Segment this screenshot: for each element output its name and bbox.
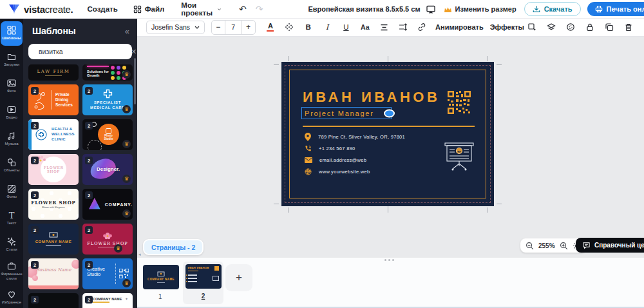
duplicate-button[interactable] bbox=[601, 20, 617, 34]
clear-search-icon[interactable]: ✕ bbox=[131, 48, 137, 56]
sidebar-item-uploads[interactable]: Загрузки bbox=[1, 48, 23, 72]
sidebar-item-video[interactable]: Видео bbox=[1, 101, 23, 125]
collapse-panel-icon[interactable]: « bbox=[125, 26, 129, 36]
pro-crown-badge bbox=[122, 279, 131, 287]
phone-icon bbox=[305, 145, 312, 152]
projector-screen-illustration[interactable] bbox=[444, 142, 475, 173]
sidebar-item-backgrounds[interactable]: Фоны bbox=[1, 180, 23, 204]
contact-line bbox=[188, 281, 197, 282]
text-background-button[interactable] bbox=[282, 20, 296, 34]
add-page-button[interactable]: + bbox=[225, 264, 252, 291]
selection-handle[interactable] bbox=[384, 109, 395, 117]
sidebar-item-styles[interactable]: Стили bbox=[1, 233, 23, 257]
plus-icon: + bbox=[236, 271, 242, 284]
page1-title: COMPANY NAME bbox=[147, 278, 175, 281]
subtitle-placeholder bbox=[46, 245, 61, 246]
footer-strip bbox=[28, 285, 79, 289]
effects-button[interactable]: Эффекты bbox=[490, 23, 524, 31]
template-thumbnail[interactable]: 2 COMPANY NAME ✦ bbox=[82, 293, 133, 308]
selected-text-element[interactable]: Project Manager bbox=[301, 107, 392, 119]
template-thumbnail[interactable]: 2 COMPANY. bbox=[82, 189, 133, 220]
crown-icon bbox=[444, 6, 452, 13]
template-thumbnail[interactable]: 2 bbox=[28, 293, 79, 308]
transparency-button[interactable] bbox=[563, 20, 578, 34]
sidebar-item-templates[interactable]: Шаблоны bbox=[1, 21, 23, 46]
download-button[interactable]: Скачать bbox=[524, 2, 581, 16]
template-thumbnail[interactable]: 2 Creative Studio bbox=[82, 258, 133, 289]
template-thumbnail[interactable]: LAW FIRM bbox=[28, 64, 79, 81]
page-thumbnail-2[interactable]: ИВАН ИВАНОВ bbox=[185, 264, 222, 289]
zoom-out-icon[interactable] bbox=[526, 242, 534, 250]
qr-code[interactable] bbox=[448, 91, 471, 114]
position-button[interactable] bbox=[544, 20, 559, 34]
business-card[interactable]: ИВАН ИВАНОВ Project Manager 789 Pine Ct,… bbox=[281, 62, 494, 206]
template-thumbnail[interactable]: Solutions for Growth bbox=[82, 64, 133, 81]
template-thumbnail[interactable]: 2 FLOWER SHOP Bloom with Elegance bbox=[28, 189, 79, 220]
sidebar-item-objects[interactable]: Объекты bbox=[1, 153, 23, 178]
sidebar-item-music[interactable]: Музыка bbox=[1, 127, 23, 151]
search-box[interactable]: ✕ bbox=[28, 44, 132, 59]
panel-scrollbar[interactable] bbox=[134, 58, 136, 104]
sidebar-item-text[interactable]: T Текст bbox=[1, 206, 23, 231]
template-thumbnail[interactable]: 2 FLOWER SHOP bbox=[28, 154, 79, 185]
lock-button[interactable] bbox=[582, 20, 598, 34]
animate-button[interactable]: Анимировать bbox=[435, 23, 484, 31]
contact-list[interactable]: 789 Pine Ct, Silver Valley, OR, 97801 +1… bbox=[305, 133, 405, 176]
italic-button[interactable]: I bbox=[320, 20, 334, 34]
panel-title: Шаблоны bbox=[32, 26, 76, 36]
card-name-text[interactable]: ИВАН ИВАНОВ bbox=[303, 89, 440, 106]
zoom-in-icon[interactable] bbox=[560, 242, 568, 250]
bold-button[interactable]: B bbox=[301, 20, 315, 34]
help-center-button[interactable]: Справочный центр bbox=[576, 238, 644, 253]
template-thumbnail[interactable]: 2 FLOWER SHOP bbox=[82, 224, 133, 255]
menu-create[interactable]: Создать bbox=[87, 5, 117, 13]
page-thumbnail-2-selected[interactable]: ИВАН ИВАНОВ 2 bbox=[183, 262, 223, 304]
search-input[interactable] bbox=[37, 47, 127, 56]
line-spacing-button[interactable] bbox=[395, 20, 410, 34]
menu-file[interactable]: Файл bbox=[133, 5, 165, 14]
canvas-area[interactable]: ИВАН ИВАНОВ Project Manager 789 Pine Ct,… bbox=[137, 37, 644, 258]
zoom-level-value[interactable]: 255% bbox=[538, 242, 555, 249]
template-thumbnail[interactable]: 2 Photo Studio bbox=[82, 119, 133, 150]
template-thumbnail[interactable]: 2 SPECIALIST MEDICAL CARE bbox=[82, 84, 133, 115]
vistacreate-logo[interactable]: vistacreate. bbox=[8, 4, 73, 15]
increase-font-size-button[interactable]: + bbox=[242, 21, 254, 34]
pages-button[interactable]: Страницы - 2 bbox=[143, 239, 204, 255]
template-title: Designer. bbox=[97, 166, 120, 172]
document-title[interactable]: Европейская визитка 8.5x5.5 см bbox=[308, 5, 420, 13]
template-thumbnail[interactable]: 2 Private Dining Services bbox=[28, 84, 79, 115]
font-size-value[interactable]: 7 bbox=[225, 21, 242, 34]
pro-crown-badge bbox=[122, 175, 131, 183]
template-thumbnail[interactable]: 2 HEALTH & WELLNESS CLINIC bbox=[28, 119, 79, 150]
shapes-icon bbox=[7, 158, 16, 167]
template-thumbnail[interactable]: 2 COMPANY NAME bbox=[28, 224, 79, 255]
pages-count-badge: 2 bbox=[85, 191, 93, 199]
sidebar-item-photos[interactable]: Фото bbox=[1, 74, 23, 99]
print-online-button[interactable]: Печать онлайн bbox=[587, 2, 644, 16]
delete-button[interactable] bbox=[621, 20, 636, 34]
copy-style-button[interactable] bbox=[524, 20, 540, 34]
text-align-button[interactable] bbox=[377, 20, 391, 34]
link-button[interactable] bbox=[415, 20, 429, 34]
brand-text: vistacreate. bbox=[24, 4, 73, 15]
panel-drag-handle[interactable] bbox=[384, 259, 386, 261]
video-icon bbox=[7, 105, 16, 114]
scroll-left-icon[interactable]: ◂ bbox=[138, 252, 141, 257]
text-color-button[interactable]: A bbox=[263, 20, 278, 34]
file-grid-icon bbox=[133, 5, 142, 14]
redo-button[interactable]: ↷ bbox=[256, 5, 263, 14]
resize-button[interactable]: Изменить размер bbox=[442, 2, 518, 16]
decrease-font-size-button[interactable]: − bbox=[212, 21, 225, 34]
sidebar-item-favorites[interactable]: Избранное bbox=[1, 285, 23, 308]
template-thumbnail[interactable]: 2 Business Name bbox=[28, 258, 79, 289]
page-thumbnail-1[interactable]: COMPANY NAME bbox=[143, 265, 179, 289]
undo-button[interactable]: ↶ bbox=[239, 5, 247, 14]
sidebar-item-brand-kit[interactable]: Фирменные стили bbox=[1, 259, 23, 284]
menu-my-projects[interactable]: Мои проекты bbox=[181, 1, 221, 17]
template-thumbnail[interactable]: 2 Designer. bbox=[82, 154, 133, 185]
font-family-select[interactable]: Josefin Sans bbox=[146, 21, 205, 34]
underline-button[interactable]: U bbox=[339, 20, 353, 34]
text-case-button[interactable]: Aa bbox=[358, 20, 372, 34]
card-divider-line[interactable] bbox=[303, 126, 475, 127]
present-icon[interactable] bbox=[426, 5, 436, 14]
